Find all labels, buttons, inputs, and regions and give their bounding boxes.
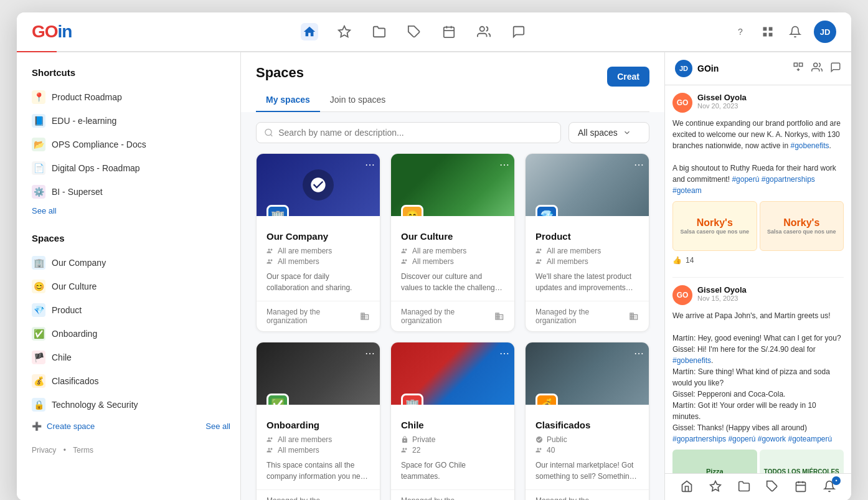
card-managed-label: Managed by the organization	[401, 308, 494, 325]
create-button[interactable]: Creat	[607, 67, 649, 87]
spaces-title: Spaces	[27, 228, 240, 248]
card-icon-badge: 💰	[535, 394, 558, 405]
card-more-icon[interactable]: ⋯	[634, 347, 644, 359]
sidebar-item-our-company[interactable]: 🏢 Our Company	[27, 251, 240, 275]
card-more-icon[interactable]: ⋯	[365, 159, 375, 171]
spaces-grid: ⋯ 🏢 Our Company All are members All memb…	[241, 153, 664, 500]
card-image-our-company: ⋯ 🏢	[257, 154, 380, 216]
nav-star-icon[interactable]	[336, 23, 353, 40]
content-area: Spaces Creat My spaces Join to spaces Al…	[241, 52, 664, 500]
space-card-clasificados[interactable]: ⋯ 💰 Clasificados Public 40 Our	[525, 342, 649, 500]
shortcut-digital-ops[interactable]: 📄 Digital Ops - Roadmap	[27, 156, 240, 180]
card-footer: Managed by the organization	[526, 301, 649, 331]
post-date: Nov 20, 2023	[697, 102, 844, 110]
panel-footer-calendar-icon[interactable]	[795, 480, 807, 494]
bell-icon[interactable]	[786, 23, 804, 40]
card-desc: This space contains all the company info…	[267, 460, 370, 482]
panel-header: JD GOin	[665, 52, 851, 85]
card-desc: Discover our culture and values to tackl…	[401, 271, 504, 293]
card-more-icon[interactable]: ⋯	[499, 347, 509, 359]
card-desc: Our space for daily collaboration and sh…	[267, 271, 370, 293]
sidebar-item-onboarding[interactable]: ✅ Onboarding	[27, 322, 240, 346]
logo[interactable]: GOin	[32, 22, 72, 42]
user-avatar[interactable]: JD	[814, 21, 836, 43]
panel-footer-bell-icon[interactable]: •	[823, 480, 836, 494]
search-input[interactable]	[278, 128, 553, 138]
panel-avatar: JD	[675, 60, 692, 77]
sidebar-space-label: Product	[52, 305, 82, 315]
card-title: Our Culture	[401, 231, 504, 242]
post-text: We continue expanding our brand portfoli…	[672, 118, 844, 196]
space-card-product[interactable]: ⋯ 💎 Product All are members All members	[525, 153, 649, 332]
card-more-icon[interactable]: ⋯	[365, 347, 375, 359]
nav-tag-icon[interactable]	[405, 23, 423, 40]
see-all-shortcuts[interactable]: See all	[27, 204, 62, 218]
main-layout: Shortcuts 📍 Product Roadmap 📘 EDU - e-le…	[17, 52, 851, 500]
shortcut-edu[interactable]: 📘 EDU - e-learning	[27, 109, 240, 133]
chat-panel-icon[interactable]	[830, 62, 841, 75]
norky-image-2: Norky's Salsa casero que nos une	[760, 201, 844, 251]
card-more-icon[interactable]: ⋯	[499, 159, 509, 171]
search-icon	[264, 128, 273, 138]
create-space-button[interactable]: ➕ Create space	[27, 417, 100, 436]
card-more-icon[interactable]: ⋯	[634, 159, 644, 171]
sidebar-item-clasificados[interactable]: 💰 Clasificados	[27, 369, 240, 393]
users-panel-icon[interactable]	[811, 62, 823, 75]
search-box[interactable]	[256, 122, 561, 143]
card-icon-badge: ✅	[267, 394, 289, 405]
shortcut-label: Product Roadmap	[52, 92, 122, 102]
card-footer: Managed by the organization	[257, 301, 380, 331]
sidebar-space-label: Clasificados	[52, 376, 98, 386]
sidebar-item-our-culture[interactable]: 😊 Our Culture	[27, 275, 240, 298]
nav-users-icon[interactable]	[475, 23, 493, 40]
card-body: Product All are members All members We'l…	[526, 216, 649, 301]
add-panel-icon[interactable]	[793, 62, 804, 75]
card-meta-members1: All are members	[535, 247, 639, 255]
space-card-our-culture[interactable]: ⋯ 😊 Our Culture All are members All memb…	[390, 153, 515, 332]
shortcut-bi[interactable]: ⚙️ BI - Superset	[27, 180, 240, 204]
post-like[interactable]: 👍 14	[672, 256, 844, 265]
card-managed-label: Managed by the organization	[401, 496, 494, 500]
shortcut-label: OPS Compliance - Docs	[52, 139, 146, 149]
card-meta-members1: All are members	[267, 247, 370, 255]
nav-chat-icon[interactable]	[510, 23, 527, 40]
post-meta: Gissel Oyola Nov 20, 2023	[697, 93, 844, 110]
nav-home-icon[interactable]	[301, 23, 318, 40]
feed-post-norkys: GO Gissel Oyola Nov 20, 2023 We continue…	[672, 93, 844, 265]
card-body: Our Culture All are members All members …	[391, 216, 514, 301]
terms-link[interactable]: Terms	[73, 446, 93, 455]
sidebar-item-chile[interactable]: 🏴 Chile	[27, 346, 240, 369]
spaces-title: Spaces	[256, 65, 304, 81]
tab-join-spaces[interactable]: Join to spaces	[320, 88, 396, 112]
sidebar: Shortcuts 📍 Product Roadmap 📘 EDU - e-le…	[17, 52, 241, 500]
sidebar-item-tech-security[interactable]: 🔒 Technology & Security	[27, 393, 240, 417]
like-count: 14	[686, 256, 694, 265]
panel-footer-tag-icon[interactable]	[766, 480, 778, 494]
privacy-link[interactable]: Privacy	[32, 446, 56, 455]
panel-footer-folder-icon[interactable]	[738, 480, 750, 494]
sidebar-item-product[interactable]: 💎 Product	[27, 298, 240, 322]
panel-footer-home-icon[interactable]	[681, 480, 693, 494]
space-card-chile[interactable]: ⋯ 🏢 Chile Private 22 Space for	[390, 342, 515, 500]
svg-marker-18	[710, 481, 720, 491]
card-managed-label: Managed by the organization	[267, 496, 360, 500]
grid-icon[interactable]	[759, 23, 776, 40]
tabs: My spaces Join to spaces	[256, 88, 649, 112]
card-desc: Space for GO Chile teammates.	[401, 460, 504, 482]
space-card-onboarding[interactable]: ⋯ ✅ Onboarding All are members All membe…	[256, 342, 380, 500]
see-all-spaces[interactable]: See all	[200, 419, 235, 433]
nav-calendar-icon[interactable]	[440, 23, 458, 40]
tab-my-spaces[interactable]: My spaces	[256, 88, 320, 112]
card-image-our-culture: ⋯ 😊	[391, 154, 514, 216]
card-footer: Managed by the organization	[257, 489, 380, 500]
shortcut-ops[interactable]: 📂 OPS Compliance - Docs	[27, 133, 240, 156]
panel-actions	[793, 62, 841, 75]
filter-select[interactable]: All spaces	[568, 122, 649, 143]
space-card-our-company[interactable]: ⋯ 🏢 Our Company All are members All memb…	[256, 153, 380, 332]
help-icon[interactable]: ?	[732, 23, 749, 40]
svg-rect-13	[794, 63, 797, 66]
shortcut-product-roadmap[interactable]: 📍 Product Roadmap	[27, 85, 240, 109]
nav-folder-icon[interactable]	[370, 23, 388, 40]
panel-footer-star-icon[interactable]	[709, 480, 722, 494]
svg-rect-2	[444, 27, 455, 37]
